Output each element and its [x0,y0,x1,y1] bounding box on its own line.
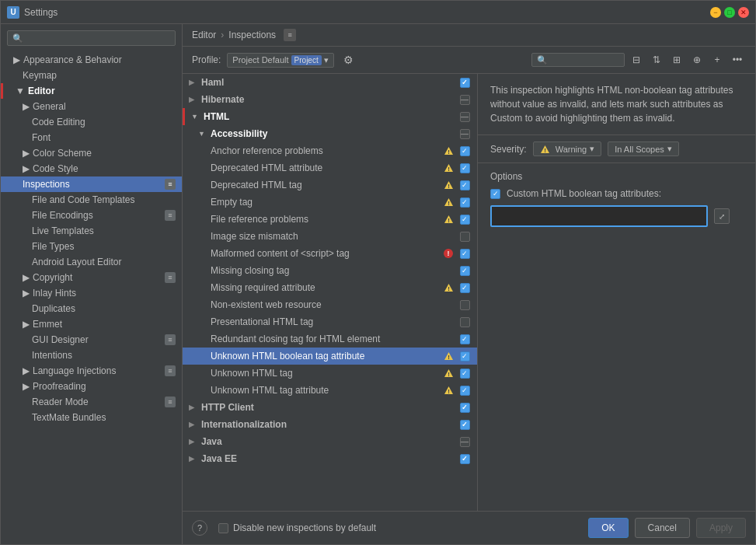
list-item-unknown-attr[interactable]: Unknown HTML tag attribute ! ✓ [183,382,477,399]
profile-dropdown[interactable]: Project Default Project ▾ [227,53,333,68]
sidebar-item-language-injections[interactable]: ▶ Language Injections ≡ [1,363,182,379]
group-accessibility[interactable]: ▼ Accessibility — [183,125,477,142]
severity-dropdown[interactable]: ! Warning ▾ [533,141,602,156]
file-ref-checkbox[interactable]: ✓ [458,213,471,225]
flatten-button[interactable]: ⊞ [668,51,685,68]
sidebar-item-inspections[interactable]: Inspections ≡ [1,176,182,192]
sidebar-item-code-editing[interactable]: Code Editing [1,114,182,130]
sidebar-item-file-types[interactable]: File Types [1,239,182,254]
sidebar-item-editor[interactable]: ▼ Editor [1,83,182,99]
sidebar-item-file-encodings[interactable]: File Encodings ≡ [1,208,182,223]
group-internationalization[interactable]: ▶ Internationalization ✓ [183,416,477,433]
sort-button[interactable]: ⇅ [648,51,665,68]
disable-label: Disable new inspections by default [233,522,376,533]
java-ee-checkbox[interactable]: ✓ [458,452,471,465]
sidebar-item-keymap[interactable]: Keymap [1,68,182,83]
unknown-tag-checkbox[interactable]: ✓ [458,367,471,379]
deprecated-attr-checkbox[interactable]: ✓ [458,162,471,174]
custom-attr-checkbox[interactable]: ✓ [490,189,500,199]
list-item-unknown-boolean[interactable]: Unknown HTML boolean tag attribute ! ✓ [183,348,477,365]
presentational-checkbox[interactable] [458,316,471,328]
sidebar-item-gui-designer[interactable]: GUI Designer ≡ [1,332,182,348]
redundant-close-checkbox[interactable]: ✓ [458,333,471,345]
help-button[interactable]: ? [192,520,207,536]
list-item-unknown-tag[interactable]: Unknown HTML tag ! ✓ [183,365,477,382]
java-ee-label: Java EE [198,453,456,464]
list-item-deprecated-tag[interactable]: Deprecated HTML tag ! ✓ [183,176,477,194]
ok-button[interactable]: OK [588,518,628,538]
sidebar-item-reader-mode[interactable]: Reader Mode ≡ [1,394,182,410]
sidebar-item-copyright[interactable]: ▶ Copyright ≡ [1,270,182,285]
haml-arrow-icon: ▶ [189,79,198,86]
hibernate-checkbox[interactable]: — [458,93,471,106]
sidebar-item-file-code-templates[interactable]: File and Code Templates [1,192,182,208]
unknown-attr-checkbox[interactable]: ✓ [458,384,471,397]
sidebar-item-label: Inspections [23,179,70,190]
i18n-checkbox[interactable]: ✓ [458,418,471,431]
maximize-button[interactable]: □ [724,7,735,18]
minimize-button[interactable]: − [710,7,721,18]
html-checkbox[interactable]: — [458,110,471,123]
empty-tag-checkbox[interactable]: ✓ [458,196,471,208]
sidebar-item-font[interactable]: Font [1,130,182,145]
sidebar-item-emmet[interactable]: ▶ Emmet [1,316,182,332]
non-existent-checkbox[interactable] [458,299,471,311]
gear-button[interactable]: ⚙ [340,51,357,68]
more-button[interactable]: ••• [729,51,746,68]
sidebar-item-inlay-hints[interactable]: ▶ Inlay Hints [1,285,182,301]
dash-icon: — [460,129,470,139]
expand-field-button[interactable]: ⤢ [714,208,730,224]
list-item-img-size[interactable]: Image size mismatch [183,228,477,245]
sidebar-item-general[interactable]: ▶ General [1,99,182,114]
sidebar-item-color-scheme[interactable]: ▶ Color Scheme [1,145,182,161]
sidebar-item-code-style[interactable]: ▶ Code Style [1,161,182,176]
group-java[interactable]: ▶ Java — [183,433,477,450]
unknown-boolean-checkbox[interactable]: ✓ [458,350,471,362]
missing-close-checkbox[interactable]: ✓ [458,264,471,277]
inspections-search-input[interactable] [531,53,625,67]
disable-checkbox[interactable] [218,523,228,533]
list-item-malformed[interactable]: Malformed content of <script> tag ! ✓ [183,245,477,262]
malformed-checkbox[interactable]: ✓ [458,247,471,260]
group-http-client[interactable]: ▶ HTTP Client ✓ [183,399,477,416]
http-checkbox[interactable]: ✓ [458,401,471,414]
missing-required-checkbox[interactable]: ✓ [458,281,471,294]
close-button[interactable]: ✕ [738,7,749,18]
sidebar-item-appearance[interactable]: ▶ Appearance & Behavior [1,52,182,68]
group-java-ee[interactable]: ▶ Java EE ✓ [183,450,477,467]
sidebar-item-live-templates[interactable]: Live Templates [1,223,182,239]
java-checkbox[interactable]: — [458,435,471,448]
cancel-button[interactable]: Cancel [635,518,690,538]
sidebar-item-intentions[interactable]: Intentions [1,348,182,363]
haml-checkbox[interactable]: ✓ [458,76,471,89]
list-item-redundant-close[interactable]: Redundant closing tag for HTML element ✓ [183,330,477,348]
list-item-empty-tag[interactable]: Empty tag ! ✓ [183,194,477,211]
list-item-file-ref[interactable]: File reference problems ! ✓ [183,211,477,228]
anchor-ref-checkbox[interactable]: ✓ [458,145,471,157]
list-item-anchor-ref[interactable]: Anchor reference problems ! ✓ [183,142,477,159]
sidebar-item-proofreading[interactable]: ▶ Proofreading [1,379,182,394]
filter-button[interactable]: ⊟ [628,51,645,68]
list-item-presentational[interactable]: Presentational HTML tag [183,313,477,330]
custom-attr-input[interactable] [490,205,708,227]
sidebar-item-android-layout[interactable]: Android Layout Editor [1,254,182,270]
sidebar-item-textmate-bundles[interactable]: TextMate Bundles [1,410,182,425]
sidebar-search-input[interactable] [7,30,176,46]
list-item-non-existent[interactable]: Non-existent web resource [183,296,477,313]
accessibility-checkbox[interactable]: — [458,128,471,140]
list-item-missing-required[interactable]: Missing required attribute ! ✓ [183,279,477,296]
list-item-missing-close[interactable]: Missing closing tag ✓ [183,262,477,279]
expand-all-button[interactable]: ⊕ [688,51,705,68]
deprecated-tag-checkbox[interactable]: ✓ [458,179,471,191]
apply-button[interactable]: Apply [696,518,746,538]
non-existent-label: Non-existent web resource [209,299,444,310]
add-button[interactable]: + [709,51,726,68]
group-html[interactable]: ▼ HTML — [183,108,477,125]
img-size-checkbox[interactable] [458,230,471,243]
scope-dropdown[interactable]: In All Scopes ▾ [608,141,679,156]
group-hibernate[interactable]: ▶ Hibernate — [183,91,477,108]
group-haml[interactable]: ▶ Haml ✓ [183,74,477,91]
list-item-deprecated-attr[interactable]: Deprecated HTML attribute ! ✓ [183,159,477,176]
sidebar-item-duplicates[interactable]: Duplicates [1,301,182,316]
breadcrumb-separator: › [221,30,224,40]
